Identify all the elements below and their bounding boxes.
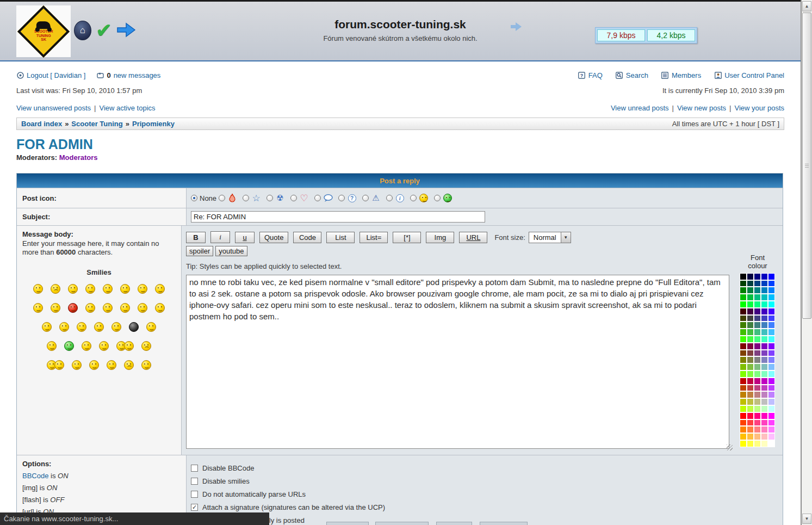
search-label[interactable]: Search [626,71,648,79]
members-label[interactable]: Members [672,71,701,79]
palette-colour-swatch[interactable] [768,308,775,315]
smiley-hug-pair[interactable] [47,360,64,370]
smiley-blank[interactable] [85,284,95,294]
smiley-teeth[interactable] [85,303,95,313]
palette-colour-swatch[interactable] [747,391,754,398]
palette-colour-swatch[interactable] [754,391,761,398]
palette-colour-swatch[interactable] [768,356,775,363]
palette-colour-swatch[interactable] [768,398,775,405]
bbcode-button-url[interactable]: URL [459,232,487,243]
palette-colour-swatch[interactable] [754,329,761,336]
post-icon-option-heart[interactable]: ♡ [290,192,312,204]
palette-colour-swatch[interactable] [768,412,775,419]
view-your-link[interactable]: View your posts [734,104,784,112]
palette-colour-swatch[interactable] [747,287,754,294]
smiley-cheerful[interactable] [94,322,104,332]
palette-colour-swatch[interactable] [754,433,761,440]
palette-colour-swatch[interactable] [740,280,747,287]
palette-colour-swatch[interactable] [768,343,775,350]
chevron-down-icon[interactable]: ▼ [561,232,571,243]
palette-colour-swatch[interactable] [747,315,754,322]
palette-colour-swatch[interactable] [761,329,768,336]
palette-colour-swatch[interactable] [747,301,754,308]
post-icon-option-info[interactable]: i [386,192,408,204]
smiley-blush[interactable] [33,303,43,313]
palette-colour-swatch[interactable] [740,433,747,440]
breadcrumb-subforum[interactable]: Pripomienky [132,120,175,128]
palette-colour-swatch[interactable] [754,280,761,287]
checkbox[interactable]: ✓ [191,504,198,511]
smiley-rolleyes[interactable] [155,284,165,294]
palette-colour-swatch[interactable] [740,308,747,315]
radio-button[interactable] [243,195,249,201]
bbcode-button-list[interactable]: List [326,232,355,243]
bbcode-button-i[interactable]: i [210,231,230,243]
smiley-sick[interactable] [64,341,74,351]
smiley-tongue[interactable] [59,322,69,332]
palette-colour-swatch[interactable] [768,287,775,294]
checkbox-option[interactable]: Disable BBCode [191,463,778,473]
view-new-link[interactable]: View new posts [677,104,726,112]
post-icon-option-speech-bubble[interactable] [314,192,336,204]
scroll-down-arrow[interactable]: ▼ [802,514,811,524]
palette-colour-swatch[interactable] [740,329,747,336]
palette-colour-swatch[interactable] [740,294,747,301]
palette-colour-swatch[interactable] [747,308,754,315]
post-icon-option-question[interactable]: ? [338,192,360,204]
smiley-devil[interactable] [68,303,78,313]
palette-colour-swatch[interactable] [747,336,754,343]
smiley-smirk[interactable] [103,303,113,313]
palette-colour-swatch[interactable] [768,273,775,280]
post-icon-option-warning[interactable]: ⚠ [362,192,384,204]
faq-label[interactable]: FAQ [588,71,603,79]
checkbox[interactable] [191,478,198,485]
palette-colour-swatch[interactable] [747,412,754,419]
palette-colour-swatch[interactable] [754,419,761,427]
palette-colour-swatch[interactable] [761,287,768,294]
palette-colour-swatch[interactable] [747,440,754,447]
palette-colour-swatch[interactable] [747,433,754,440]
smiley-stare[interactable] [141,341,151,351]
view-active-link[interactable]: View active topics [99,104,155,112]
palette-colour-swatch[interactable] [768,426,775,433]
palette-colour-swatch[interactable] [761,301,768,308]
palette-colour-swatch[interactable] [754,336,761,343]
palette-colour-swatch[interactable] [761,343,768,350]
palette-colour-swatch[interactable] [740,315,747,322]
save-draft-button[interactable] [326,522,369,525]
palette-colour-swatch[interactable] [768,419,775,427]
smiley-frown[interactable] [51,284,60,294]
smiley-innocent[interactable] [51,303,60,313]
palette-colour-swatch[interactable] [754,378,761,385]
breadcrumb-board-index[interactable]: Board index [21,120,62,128]
smiley-bomb[interactable] [129,322,139,332]
bbcode-button-code[interactable]: Code [293,232,321,243]
submit-button[interactable] [436,522,472,525]
palette-colour-swatch[interactable] [761,426,768,433]
post-icon-option-none[interactable]: None [191,193,216,203]
bbcode-button-spoiler[interactable]: spoiler [186,246,213,256]
members-link[interactable]: Members [661,71,701,79]
smiley-neutral[interactable] [141,360,151,370]
message-textarea[interactable] [186,275,729,449]
smiley-key-mouth[interactable] [146,322,156,332]
palette-colour-swatch[interactable] [747,378,754,385]
palette-colour-swatch[interactable] [740,287,747,294]
palette-colour-swatch[interactable] [768,433,775,440]
smiley-surprised[interactable] [138,303,147,313]
palette-colour-swatch[interactable] [740,412,747,419]
radio-button[interactable] [434,195,441,201]
palette-colour-swatch[interactable] [761,350,768,357]
palette-colour-swatch[interactable] [761,398,768,405]
bbcode-button-img[interactable]: Img [426,232,454,243]
moderators-link[interactable]: Moderators [59,153,98,162]
palette-colour-swatch[interactable] [761,273,768,280]
radio-button[interactable] [290,195,297,201]
faq-link[interactable]: ? FAQ [578,71,603,79]
checkbox[interactable] [191,465,198,472]
radio-button[interactable] [386,195,393,201]
smiley-lol[interactable] [99,341,109,351]
palette-colour-swatch[interactable] [754,412,761,419]
palette-colour-swatch[interactable] [740,440,747,447]
palette-colour-swatch[interactable] [747,363,754,370]
